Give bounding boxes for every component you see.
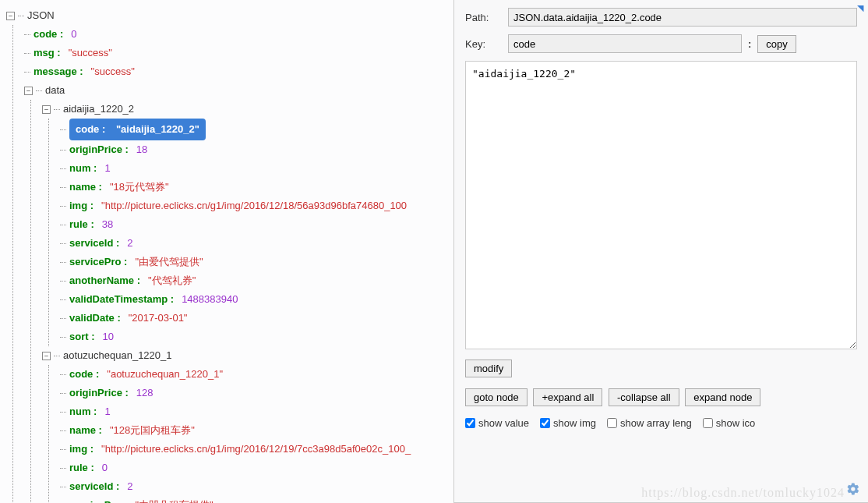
path-input[interactable]: [508, 8, 857, 27]
value: 38: [94, 215, 113, 234]
tree-leaf-item1-code[interactable]: code : "aidaijia_1220_2": [60, 119, 452, 140]
value: 1: [97, 402, 110, 421]
node-label: aotuzuchequan_1220_1: [63, 346, 172, 365]
node-label: JSON: [27, 6, 55, 25]
key-label: serviceId :: [69, 477, 119, 496]
key-label: code :: [34, 25, 63, 44]
tree-leaf[interactable]: sort :10: [60, 328, 452, 346]
tree-node-data[interactable]: − data: [24, 81, 452, 100]
value: 128: [129, 384, 153, 402]
value: "128元国内租车券": [102, 421, 195, 440]
key-label: rule :: [69, 215, 94, 234]
tree-leaf-code[interactable]: code : 0: [24, 25, 452, 44]
tree-leaf[interactable]: num :1: [60, 159, 452, 178]
key-label: rule :: [69, 459, 94, 477]
value: 0: [94, 459, 108, 477]
key-label: num :: [69, 402, 97, 421]
value: "2017-03-01": [121, 309, 188, 328]
value: "代驾礼券": [140, 271, 196, 290]
key-label: servicePro :: [69, 253, 127, 271]
tree-leaf-message[interactable]: message : "success": [24, 62, 452, 81]
tree-leaf[interactable]: serviceId :2: [60, 234, 452, 253]
tree-leaf[interactable]: servicePro :"由爱代驾提供": [60, 253, 452, 271]
key-label: img :: [69, 197, 94, 215]
collapse-icon[interactable]: −: [24, 87, 33, 95]
show-value-checkbox[interactable]: show value: [465, 417, 529, 429]
tree-leaf[interactable]: img :"http://picture.eclicks.cn/g1/img/2…: [60, 440, 452, 459]
tree-leaf[interactable]: rule :38: [60, 215, 452, 234]
show-img-checkbox[interactable]: show img: [540, 417, 596, 429]
key-label: name :: [69, 178, 102, 197]
value: "http://picture.eclicks.cn/g1/img/2016/1…: [94, 440, 411, 459]
key-label: serviceId :: [69, 234, 119, 253]
key-label: message :: [34, 62, 83, 81]
selected-node: code : "aidaijia_1220_2": [69, 119, 206, 140]
key-label: originPrice :: [69, 384, 129, 402]
checkbox-label: show ico: [716, 417, 756, 429]
path-label: Path:: [465, 12, 508, 23]
value: "由爱代驾提供": [127, 253, 203, 271]
value: 1: [97, 159, 110, 178]
copy-button[interactable]: copy: [757, 35, 796, 53]
tree-leaf[interactable]: name :"128元国内租车券": [60, 421, 452, 440]
goto-node-button[interactable]: goto node: [465, 388, 528, 406]
tree-node-root[interactable]: − JSON: [6, 6, 452, 25]
value: "18元代驾券": [102, 178, 169, 197]
expand-node-button[interactable]: expand node: [685, 388, 760, 406]
value: "aotuzuchequan_1220_1": [99, 365, 223, 384]
tree-leaf[interactable]: img :"http://picture.eclicks.cn/g1/img/2…: [60, 197, 452, 215]
gear-icon[interactable]: [846, 482, 860, 496]
node-label: aidaijia_1220_2: [63, 100, 134, 119]
json-tree-panel: − JSON code : 0 msg : "success" message …: [0, 0, 452, 503]
key-label: name :: [69, 421, 102, 440]
tree-leaf[interactable]: rule :0: [60, 459, 452, 477]
key-label: img :: [69, 440, 94, 459]
modify-button[interactable]: modify: [465, 360, 512, 377]
expand-all-button[interactable]: +expand all: [533, 388, 602, 406]
tree-leaf[interactable]: anotherName :"代驾礼券": [60, 271, 452, 290]
value: 2: [119, 477, 132, 496]
key-label: num :: [69, 159, 97, 178]
tree-leaf[interactable]: name :"18元代驾券": [60, 178, 452, 197]
tree-node-item1[interactable]: − aidaijia_1220_2: [42, 100, 452, 119]
key-input[interactable]: [508, 34, 742, 53]
key-label: Key:: [465, 38, 508, 50]
show-ico-checkbox[interactable]: show ico: [703, 417, 756, 429]
value-textarea[interactable]: "aidaijia_1220_2": [465, 61, 857, 349]
value: "success": [61, 44, 112, 62]
tree-leaf[interactable]: code :"aotuzuchequan_1220_1": [60, 365, 452, 384]
key-label: validDate :: [69, 309, 121, 328]
collapse-icon[interactable]: −: [42, 105, 51, 114]
tree-leaf[interactable]: validDateTimestamp :1488383940: [60, 290, 452, 309]
tree-leaf[interactable]: validDate :"2017-03-01": [60, 309, 452, 328]
key-label: code :: [76, 123, 105, 135]
key-label: msg :: [34, 44, 61, 62]
key-label: code :: [69, 365, 99, 384]
tree-leaf[interactable]: num :1: [60, 402, 452, 421]
node-label: data: [45, 81, 65, 100]
collapse-icon[interactable]: −: [6, 12, 15, 20]
tree-node-item2[interactable]: − aotuzuchequan_1220_1: [42, 346, 452, 365]
value: "success": [83, 62, 135, 81]
key-label: anotherName :: [69, 271, 140, 290]
watermark: https://blog.csdn.net/tomlucky1024: [641, 486, 845, 500]
collapse-all-button[interactable]: -collapse all: [609, 388, 679, 406]
tree-leaf[interactable]: servicePro :"由凹凸租车提供": [60, 496, 452, 503]
detail-panel: ◥ Path: Key: : copy "aidaijia_1220_2" mo…: [453, 0, 868, 503]
collapse-panel-icon[interactable]: ◥: [857, 3, 863, 13]
value: "由凹凸租车提供": [127, 496, 213, 503]
tree-leaf-msg[interactable]: msg : "success": [24, 44, 452, 62]
tree-leaf[interactable]: originPrice :128: [60, 384, 452, 402]
value: 2: [119, 234, 132, 253]
checkbox-label: show array leng: [620, 417, 692, 429]
tree-leaf[interactable]: serviceId :2: [60, 477, 452, 496]
collapse-icon[interactable]: −: [42, 352, 51, 360]
key-label: originPrice :: [69, 140, 129, 159]
value: 1488383940: [174, 290, 238, 309]
value: 18: [129, 140, 147, 159]
show-array-leng-checkbox[interactable]: show array leng: [607, 417, 692, 429]
key-label: servicePro :: [69, 496, 127, 503]
tree-leaf[interactable]: originPrice :18: [60, 140, 452, 159]
key-label: sort :: [69, 328, 95, 346]
key-label: validDateTimestamp :: [69, 290, 174, 309]
